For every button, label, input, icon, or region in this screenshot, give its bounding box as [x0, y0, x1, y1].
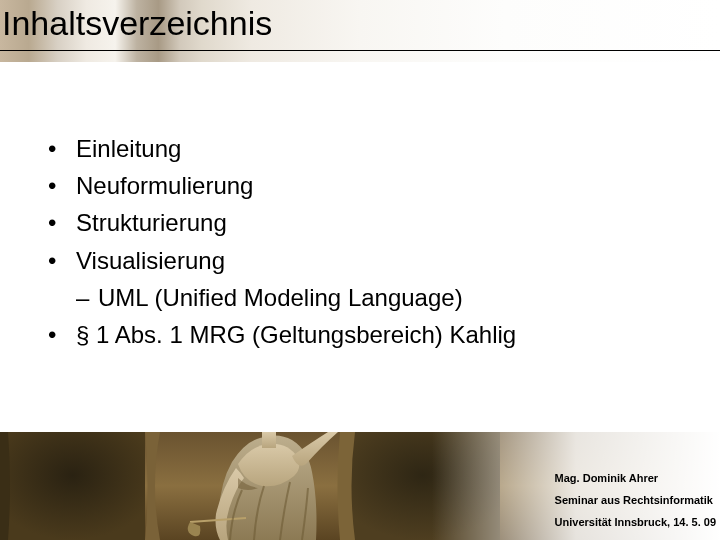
- bullet-icon: •: [48, 204, 76, 241]
- slide: Inhaltsverzeichnis • Einleitung • Neufor…: [0, 0, 720, 540]
- list-item-label: Strukturierung: [76, 204, 227, 241]
- title-bar: Inhaltsverzeichnis: [0, 0, 720, 62]
- bullet-icon: •: [48, 242, 76, 279]
- list-item-label: Neuformulierung: [76, 167, 253, 204]
- list-item: • Neuformulierung: [48, 167, 668, 204]
- bullet-icon: •: [48, 316, 76, 353]
- list-item-label: § 1 Abs. 1 MRG (Geltungsbereich) Kahlig: [76, 316, 516, 353]
- footer-course: Seminar aus Rechtsinformatik: [555, 490, 716, 512]
- page-title: Inhaltsverzeichnis: [2, 4, 272, 43]
- footer-author: Mag. Dominik Ahrer: [555, 468, 716, 490]
- title-underline: [0, 50, 720, 51]
- list-item-label: Einleitung: [76, 130, 181, 167]
- sublist-item-label: UML (Unified Modeling Language): [98, 279, 463, 316]
- content-list: • Einleitung • Neuformulierung • Struktu…: [48, 130, 668, 353]
- bullet-icon: •: [48, 130, 76, 167]
- footer-text-block: Mag. Dominik Ahrer Seminar aus Rechtsinf…: [555, 468, 716, 534]
- sublist-item: – UML (Unified Modeling Language): [48, 279, 668, 316]
- list-item: • Einleitung: [48, 130, 668, 167]
- list-item: • Visualisierung: [48, 242, 668, 279]
- list-item: • Strukturierung: [48, 204, 668, 241]
- dash-icon: –: [76, 279, 98, 316]
- bullet-icon: •: [48, 167, 76, 204]
- list-item-label: Visualisierung: [76, 242, 225, 279]
- footer-place-date: Universität Innsbruck, 14. 5. 09: [555, 512, 716, 534]
- list-item: • § 1 Abs. 1 MRG (Geltungsbereich) Kahli…: [48, 316, 668, 353]
